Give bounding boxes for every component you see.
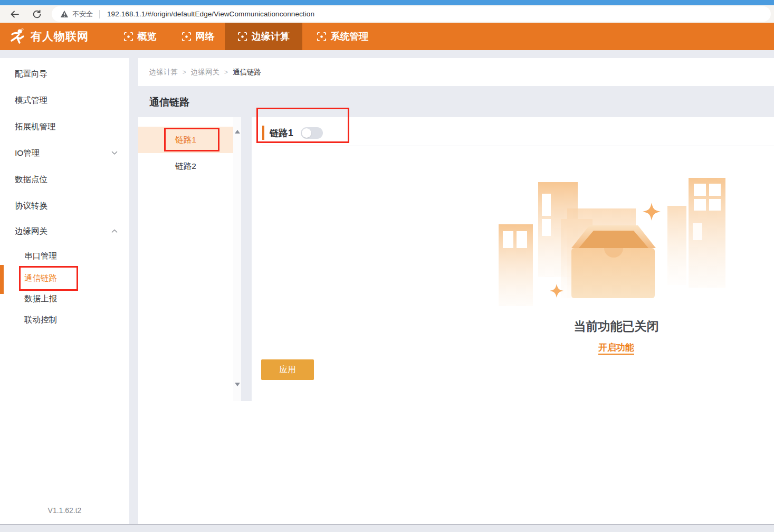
browser-toolbar: 不安全 192.168.1.1/#/origin/defaultEdge/Vie…	[0, 5, 774, 23]
scan-dot-icon	[237, 32, 247, 42]
browser-reload-button[interactable]	[30, 7, 44, 21]
breadcrumb-edge-computing[interactable]: 边缘计算	[149, 68, 178, 77]
page-bottom-strip	[0, 524, 774, 532]
version-label: V1.1.62.t2	[0, 506, 129, 515]
breadcrumb: 边缘计算 > 边缘网关 > 通信链路	[138, 58, 774, 86]
nav-tab-label: 概览	[138, 30, 157, 43]
page-title: 通信链路	[149, 96, 189, 109]
tab-label: 链路2	[175, 161, 196, 172]
brand-name: 有人物联网	[31, 29, 89, 44]
link1-enable-toggle[interactable]	[301, 127, 323, 139]
scan-dot-icon	[317, 32, 327, 42]
toggle-knob	[302, 128, 311, 138]
enable-feature-link[interactable]: 开启功能	[598, 343, 634, 355]
nav-tab-label: 网络	[196, 30, 215, 43]
security-label[interactable]: 不安全	[72, 10, 93, 19]
tab-label: 链路1	[175, 135, 196, 146]
sidebar-item-label: 模式管理	[15, 95, 47, 106]
sidebar-item-protocol-conversion[interactable]: 协议转换	[0, 193, 129, 219]
link-detail-panel: 链路1	[252, 117, 774, 524]
sidebar-subitem-serial-management[interactable]: 串口管理	[0, 245, 129, 267]
sidebar-item-label: 拓展机管理	[15, 121, 56, 132]
sidebar-item-expander-management[interactable]: 拓展机管理	[0, 113, 129, 140]
usr-logo-icon	[7, 27, 26, 46]
sidebar-subitem-label: 联动控制	[24, 315, 57, 326]
scan-dot-icon	[181, 32, 192, 42]
nav-tab-network[interactable]: 网络	[175, 23, 221, 50]
scroll-down-icon[interactable]	[235, 383, 240, 386]
chevron-up-icon	[111, 229, 118, 233]
breadcrumb-current: 通信链路	[233, 68, 261, 77]
content-lower-area	[138, 401, 252, 524]
section-title: 链路1	[270, 127, 293, 139]
scan-dot-icon	[123, 32, 133, 42]
section-divider	[262, 146, 774, 146]
breadcrumb-edge-gateway[interactable]: 边缘网关	[191, 68, 219, 77]
empty-state-illustration	[499, 177, 725, 314]
sidebar-item-config-wizard[interactable]: 配置向导	[0, 61, 129, 87]
breadcrumb-separator: >	[183, 69, 186, 76]
back-arrow-icon	[9, 9, 20, 20]
nav-tab-system-management[interactable]: 系统管理	[310, 23, 375, 50]
reload-icon	[32, 9, 42, 20]
sidebar-subitem-linkage-control[interactable]: 联动控制	[0, 309, 129, 330]
sidebar-item-edge-gateway[interactable]: 边缘网关	[0, 218, 129, 244]
screen: 不安全 192.168.1.1/#/origin/defaultEdge/Vie…	[0, 0, 774, 532]
tab-list-scrollbar	[233, 117, 241, 401]
sidebar-active-indicator	[0, 265, 4, 294]
sidebar-subitem-communication-link[interactable]: 通信链路	[0, 268, 129, 289]
tab-link1[interactable]: 链路1	[138, 127, 233, 153]
nav-tab-overview[interactable]: 概览	[117, 23, 163, 50]
nav-tab-label: 边缘计算	[252, 30, 290, 43]
sidebar: 配置向导 模式管理 拓展机管理 IO管理 数据点位 协议转换 边缘网关 串口管理…	[0, 58, 129, 524]
scroll-up-icon[interactable]	[235, 130, 240, 134]
sidebar-subitem-label: 数据上报	[24, 293, 57, 305]
browser-back-button[interactable]	[8, 7, 22, 21]
nav-tab-label: 系统管理	[331, 30, 369, 43]
sidebar-subitem-label: 通信链路	[24, 273, 57, 284]
sidebar-item-label: IO管理	[15, 148, 40, 159]
chevron-down-icon	[111, 151, 118, 155]
sidebar-item-label: 协议转换	[15, 201, 47, 212]
apply-button[interactable]: 应用	[261, 359, 314, 380]
empty-state-message: 当前功能已关闭	[511, 318, 722, 335]
browser-window-strip	[0, 0, 774, 5]
browser-address-bar[interactable]: 不安全 192.168.1.1/#/origin/defaultEdge/Vie…	[52, 6, 771, 22]
sidebar-item-data-points[interactable]: 数据点位	[0, 166, 129, 193]
sidebar-item-mode-management[interactable]: 模式管理	[0, 87, 129, 113]
not-secure-warning-icon[interactable]	[60, 10, 69, 18]
sidebar-item-label: 配置向导	[15, 69, 47, 80]
url-text[interactable]: 192.168.1.1/#/origin/defaultEdge/ViewCom…	[107, 10, 314, 18]
link-tab-list: 链路1 链路2	[138, 117, 233, 401]
brand: 有人物联网	[7, 23, 89, 50]
app-header: 有人物联网 概览 网络 边缘计算	[0, 23, 774, 50]
sidebar-subitem-data-report[interactable]: 数据上报	[0, 288, 129, 309]
sidebar-subitem-label: 串口管理	[24, 251, 57, 262]
sidebar-item-label: 边缘网关	[15, 226, 47, 237]
sidebar-item-label: 数据点位	[15, 174, 47, 185]
sidebar-item-io-management[interactable]: IO管理	[0, 140, 129, 166]
breadcrumb-separator: >	[224, 69, 228, 76]
section-accent-bar	[262, 126, 264, 140]
tab-link2[interactable]: 链路2	[138, 153, 233, 179]
nav-tab-edge-computing-active[interactable]: 边缘计算	[225, 23, 302, 50]
url-divider	[99, 10, 100, 18]
